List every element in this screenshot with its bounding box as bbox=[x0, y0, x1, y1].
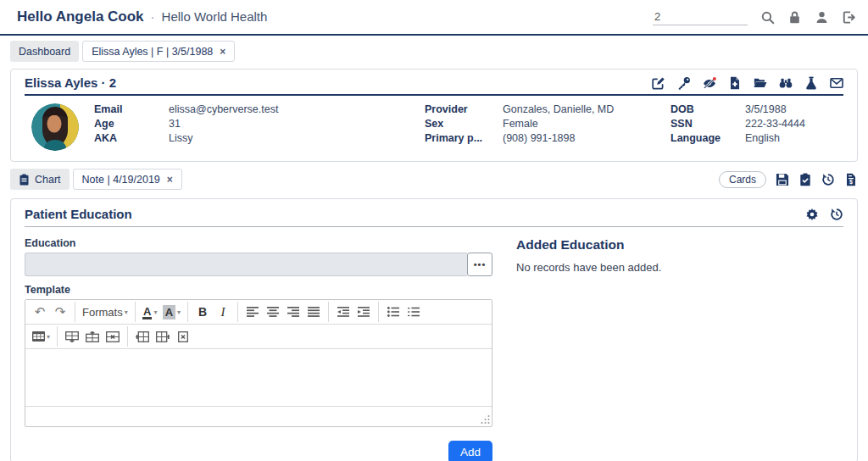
gear-icon[interactable] bbox=[804, 207, 819, 221]
delete-column-button[interactable] bbox=[173, 326, 193, 347]
flask-icon[interactable] bbox=[804, 75, 818, 90]
close-icon[interactable]: × bbox=[167, 174, 173, 186]
field-value: Lissy bbox=[169, 132, 425, 144]
education-lookup-button[interactable]: ••• bbox=[467, 253, 492, 276]
panel-header: Patient Education bbox=[11, 199, 857, 226]
field-value: English bbox=[745, 132, 843, 144]
app-header: Hello Angela Cook · Hello World Health bbox=[0, 0, 868, 36]
undo-button[interactable]: ↶ bbox=[30, 302, 50, 322]
field-value: (908) 991-1898 bbox=[503, 132, 670, 144]
close-icon[interactable]: × bbox=[220, 46, 225, 58]
background-color-button[interactable]: A ▾ bbox=[160, 302, 183, 322]
patient-name-title: Elissa Ayles · 2 bbox=[25, 75, 116, 90]
file-medical-icon[interactable] bbox=[727, 75, 742, 90]
field-label: DOB bbox=[670, 103, 745, 115]
history-icon[interactable] bbox=[821, 172, 835, 186]
formats-dropdown[interactable]: Formats ▾ bbox=[80, 302, 131, 322]
field-value: Gonzales, Danielle, MD bbox=[503, 103, 670, 115]
form-actions: Add bbox=[25, 441, 492, 461]
note-actions: Cards $ bbox=[719, 171, 858, 188]
search-input[interactable] bbox=[653, 8, 748, 25]
field-label: Language bbox=[670, 132, 745, 144]
cards-button[interactable]: Cards bbox=[719, 171, 766, 188]
tab-dashboard[interactable]: Dashboard bbox=[10, 41, 79, 62]
patient-card-body: Email elissa@cyberverse.test Age 31 AKA … bbox=[11, 96, 857, 151]
editor-toolbar-row2: ▾ bbox=[25, 325, 492, 349]
user-icon[interactable] bbox=[814, 9, 829, 25]
field-label: Provider bbox=[425, 103, 503, 115]
justify-button[interactable] bbox=[303, 302, 324, 322]
app-title: Hello Angela Cook · Hello World Health bbox=[17, 8, 267, 25]
added-education-section: Added Education No records have been add… bbox=[516, 236, 843, 461]
template-label: Template bbox=[25, 284, 492, 296]
added-education-title: Added Education bbox=[516, 237, 843, 253]
key-icon[interactable] bbox=[676, 75, 691, 90]
insert-column-after-button[interactable] bbox=[153, 326, 173, 347]
field-label: Primary p... bbox=[425, 132, 503, 144]
eye-slash-icon[interactable] bbox=[702, 75, 716, 90]
chart-tabstrip: Chart Note | 4/19/2019 × Cards $ bbox=[10, 169, 858, 190]
lock-icon[interactable] bbox=[787, 9, 802, 25]
svg-text:$: $ bbox=[849, 179, 853, 186]
added-education-empty-text: No records have been added. bbox=[516, 261, 843, 274]
patient-summary-card: Elissa Ayles · 2 bbox=[10, 69, 858, 162]
file-invoice-icon[interactable]: $ bbox=[843, 172, 858, 186]
envelope-icon[interactable] bbox=[829, 75, 843, 90]
tab-dashboard-label: Dashboard bbox=[19, 46, 70, 58]
delete-row-button[interactable] bbox=[103, 326, 123, 347]
bold-button[interactable]: B bbox=[192, 302, 213, 322]
tab-chart-label: Chart bbox=[35, 174, 61, 186]
indent-button[interactable] bbox=[353, 302, 374, 322]
rich-text-editor: ↶ ↷ Formats ▾ A ▾ bbox=[25, 299, 492, 427]
editor-content-area[interactable] bbox=[25, 349, 492, 407]
align-right-button[interactable] bbox=[283, 302, 303, 322]
binoculars-icon[interactable] bbox=[778, 75, 793, 90]
search-icon[interactable] bbox=[760, 9, 775, 25]
insert-row-before-button[interactable] bbox=[62, 326, 82, 347]
history-icon[interactable] bbox=[829, 207, 843, 221]
field-value: elissa@cyberverse.test bbox=[169, 103, 425, 115]
title-separator: · bbox=[151, 9, 155, 24]
edit-icon[interactable] bbox=[651, 75, 665, 90]
education-input[interactable] bbox=[25, 253, 467, 276]
align-center-button[interactable] bbox=[263, 302, 283, 322]
numbered-list-button[interactable] bbox=[403, 302, 424, 322]
tab-patient[interactable]: Elissa Ayles | F | 3/5/1988 × bbox=[82, 41, 235, 62]
tab-chart[interactable]: Chart bbox=[10, 169, 70, 190]
user-greeting: Hello Angela Cook bbox=[17, 8, 144, 25]
table-dropdown[interactable]: ▾ bbox=[30, 326, 53, 347]
education-form: Education ••• Template ↶ ↷ bbox=[25, 236, 492, 461]
resize-grip-icon[interactable] bbox=[480, 414, 490, 425]
workspace-tabstrip: Dashboard Elissa Ayles | F | 3/5/1988 × bbox=[10, 41, 858, 62]
field-label: AKA bbox=[94, 132, 169, 144]
patient-fields-col2: Provider Gonzales, Danielle, MD Sex Fema… bbox=[425, 103, 670, 144]
italic-button[interactable]: I bbox=[213, 302, 233, 322]
save-icon[interactable] bbox=[775, 172, 789, 186]
patient-card-header: Elissa Ayles · 2 bbox=[11, 69, 857, 94]
redo-button[interactable]: ↷ bbox=[50, 302, 70, 322]
field-value: 31 bbox=[169, 118, 425, 130]
bullet-list-button[interactable] bbox=[383, 302, 403, 322]
outdent-button[interactable] bbox=[333, 302, 353, 322]
field-label: Age bbox=[94, 118, 169, 130]
org-name: Hello World Health bbox=[162, 9, 268, 24]
align-left-button[interactable] bbox=[242, 302, 263, 322]
tab-note[interactable]: Note | 4/19/2019 × bbox=[73, 169, 182, 190]
insert-row-after-button[interactable] bbox=[82, 326, 103, 347]
field-value: Female bbox=[503, 118, 670, 130]
add-button[interactable]: Add bbox=[448, 441, 492, 461]
editor-status-bar bbox=[25, 407, 492, 426]
clipboard-check-icon[interactable] bbox=[798, 172, 812, 186]
editor-toolbar-row1: ↶ ↷ Formats ▾ A ▾ bbox=[25, 300, 492, 325]
patient-fields-col1: Email elissa@cyberverse.test Age 31 AKA … bbox=[94, 103, 425, 144]
tab-note-label: Note | 4/19/2019 bbox=[82, 174, 160, 186]
avatar bbox=[31, 103, 79, 151]
field-label: Email bbox=[94, 103, 169, 115]
patient-fields-col3: DOB 3/5/1988 SSN 222-33-4444 Language En… bbox=[670, 103, 843, 144]
sign-out-icon[interactable] bbox=[841, 9, 856, 25]
education-label: Education bbox=[25, 237, 492, 249]
field-label: Sex bbox=[425, 118, 503, 130]
insert-column-before-button[interactable] bbox=[132, 326, 153, 347]
text-color-button[interactable]: A ▾ bbox=[140, 302, 160, 322]
folder-open-icon[interactable] bbox=[753, 75, 767, 90]
